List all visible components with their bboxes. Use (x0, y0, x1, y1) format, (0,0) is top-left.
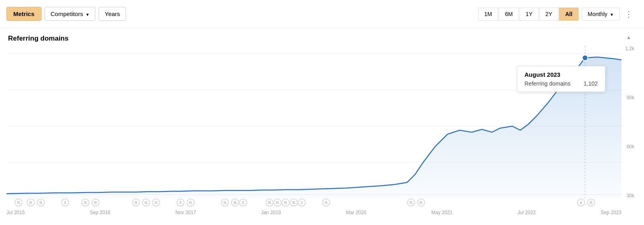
y-axis-labels: 1.2k 90k 60k 30k (625, 46, 634, 198)
svg-text:G: G (155, 200, 157, 205)
svg-text:2: 2 (301, 200, 303, 205)
svg-text:G: G (233, 200, 236, 205)
y-label-0: 1.2k (625, 46, 634, 51)
years-button[interactable]: Years (99, 7, 126, 21)
svg-text:G: G (134, 200, 137, 205)
time-1y-button[interactable]: 1Y (520, 8, 539, 20)
svg-text:G: G (410, 200, 413, 205)
svg-text:G: G (268, 200, 271, 205)
x-label-4: Mar 2020 (346, 210, 366, 215)
x-label-6: Jul 2022 (518, 210, 536, 215)
competitors-label: Competitors (51, 10, 83, 17)
y-label-2: 60k (625, 144, 634, 149)
time-all-button[interactable]: All (559, 8, 578, 20)
svg-text:G: G (39, 200, 42, 205)
y-label-1: 90k (625, 95, 634, 100)
svg-text:G: G (420, 200, 423, 205)
svg-text:2: 2 (180, 200, 182, 205)
time-6m-button[interactable]: 6M (499, 8, 518, 20)
svg-text:G: G (189, 200, 192, 205)
chart-section: Referring domains ▲ August 2023 Referrin… (0, 35, 644, 223)
event-markers: G G G 2 G G G G G (15, 199, 595, 206)
monthly-dropdown-button[interactable]: Monthly (582, 8, 620, 20)
tooltip-metric-value: 1,102 (584, 80, 598, 87)
right-controls: 1M 6M 1Y 2Y All Monthly ⋮ (478, 6, 638, 22)
svg-text:G: G (325, 200, 328, 205)
tooltip: August 2023 Referring domains 1,102 (517, 66, 605, 92)
x-label-5: May 2021 (431, 210, 453, 215)
monthly-chevron-icon (610, 11, 614, 17)
svg-text:2: 2 (242, 200, 244, 205)
svg-text:2: 2 (64, 200, 66, 205)
more-options-button[interactable]: ⋮ (621, 6, 638, 22)
monthly-label: Monthly (588, 11, 607, 17)
svg-text:G: G (223, 200, 226, 205)
svg-text:G: G (17, 200, 20, 205)
chart-dot-peak (582, 55, 588, 61)
svg-text:G: G (292, 200, 295, 205)
y-label-3: 30k (625, 193, 634, 198)
tooltip-title: August 2023 (524, 71, 598, 78)
metrics-button[interactable]: Metrics (6, 7, 41, 21)
tooltip-row: Referring domains 1,102 (524, 80, 598, 87)
svg-text:G: G (94, 200, 97, 205)
x-label-2: Nov 2017 (175, 210, 196, 215)
x-label-7: Sep 2023 (601, 210, 621, 215)
collapse-icon[interactable]: ▲ (626, 35, 631, 40)
svg-text:G: G (284, 200, 287, 205)
chevron-down-icon (85, 10, 89, 17)
svg-text:G: G (144, 200, 147, 205)
svg-text:G: G (29, 200, 32, 205)
svg-text:G: G (84, 200, 87, 205)
competitors-button[interactable]: Competitors (45, 7, 96, 21)
svg-text:G: G (590, 200, 592, 205)
x-label-0: Jul 2015 (6, 210, 25, 215)
time-1m-button[interactable]: 1M (478, 8, 498, 20)
chart-title: Referring domains (6, 35, 638, 43)
top-bar: Metrics Competitors Years 1M 6M 1Y 2Y Al… (0, 0, 644, 28)
tooltip-metric-label: Referring domains (524, 80, 570, 87)
x-label-1: Sep 2016 (90, 210, 110, 215)
time-2y-button[interactable]: 2Y (539, 8, 558, 20)
left-controls: Metrics Competitors Years (6, 7, 126, 21)
svg-text:G: G (276, 200, 279, 205)
chart-container: August 2023 Referring domains 1,102 (6, 46, 638, 223)
x-axis-labels: Jul 2015 Sep 2016 Nov 2017 Jan 2019 Mar … (6, 208, 621, 215)
x-label-3: Jan 2019 (261, 210, 281, 215)
